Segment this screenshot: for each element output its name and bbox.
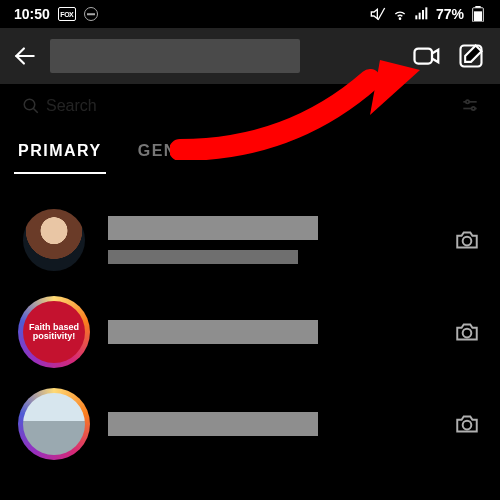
avatar[interactable]: Faith based positivity! [18,296,90,368]
search-placeholder: Search [46,97,97,115]
svg-point-17 [472,107,475,110]
app-top-bar [0,28,500,84]
svg-point-15 [466,100,469,103]
avatar-image [23,209,85,271]
camera-icon [454,411,480,437]
compose-button[interactable] [454,39,488,73]
camera-button[interactable] [452,317,482,347]
conversation-text [108,320,434,344]
svg-point-19 [463,329,472,338]
conversation-text [108,216,434,264]
wifi-icon [392,6,408,22]
svg-point-20 [463,421,472,430]
video-call-button[interactable] [410,39,444,73]
svg-point-12 [24,99,35,110]
do-not-disturb-icon [84,7,98,21]
camera-button[interactable] [452,225,482,255]
camera-icon [454,319,480,345]
name-redacted [108,412,318,436]
svg-line-0 [378,8,385,20]
conversation-list: Faith based positivity! [0,174,500,470]
account-title-redacted[interactable] [50,39,300,73]
search-icon [22,97,40,115]
svg-rect-10 [415,49,433,64]
status-right: 77% [370,6,486,22]
name-redacted [108,216,318,240]
search-row[interactable]: Search [0,84,500,128]
svg-rect-3 [419,13,421,20]
tab-general[interactable]: GENERAL [136,130,229,172]
avatar-image: Faith based positivity! [23,301,85,363]
tabs: PRIMARY GENERAL [0,128,500,174]
camera-icon [454,227,480,253]
mute-icon [370,6,386,22]
svg-rect-2 [415,15,417,19]
svg-rect-5 [425,7,427,19]
filter-icon[interactable] [460,96,480,116]
compose-icon [457,42,485,70]
notification-badge: FOX [58,7,76,21]
name-redacted [108,320,318,344]
avatar[interactable] [18,388,90,460]
svg-point-18 [463,237,472,246]
conversation-text [108,412,434,436]
svg-point-1 [399,18,400,19]
avatar[interactable] [18,204,90,276]
conversation-row[interactable] [0,378,500,470]
back-button[interactable] [12,43,38,69]
battery-percent: 77% [436,6,464,22]
conversation-row[interactable]: Faith based positivity! [0,286,500,378]
video-call-icon [412,41,442,71]
clock: 10:50 [14,6,50,22]
battery-icon [470,6,486,22]
avatar-image [23,393,85,455]
conversation-row[interactable] [0,194,500,286]
svg-rect-8 [474,11,482,21]
camera-button[interactable] [452,409,482,439]
tab-primary[interactable]: PRIMARY [16,130,104,172]
avatar-badge-text: Faith based positivity! [23,323,85,342]
svg-rect-4 [422,10,424,19]
status-bar: 10:50 FOX 77% [0,0,500,28]
status-left: 10:50 FOX [14,6,98,22]
signal-icon [414,6,430,22]
svg-line-13 [33,108,38,113]
preview-redacted [108,250,298,264]
